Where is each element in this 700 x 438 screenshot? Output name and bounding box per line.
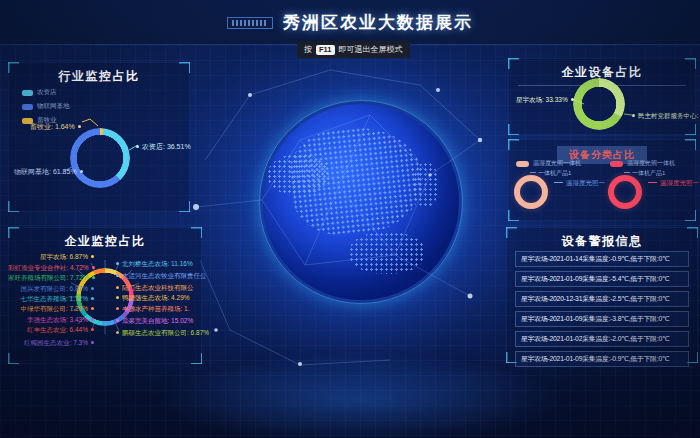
alarm-row: 星宇农场-2021-01-09采集温度:-3.8℃,低于下限:0℃ [515,311,689,327]
classification-group: 温湿度光照一体机 一体机产品1 温湿度光照一 [602,159,696,219]
chart-label: 中绿华有限公司: 7.29% [8,305,94,312]
tip-suffix-text: 即可退出全屏模式 [339,44,403,55]
globe-map [263,104,459,300]
alarm-row: 星宇农场-2020-12-31采集温度:-2.5℃,低于下限:0℃ [515,291,689,307]
group-legend[interactable]: 温湿度光照一体机 [516,159,581,168]
panel-device-alarms: 设备警报信息 星宇农场-2021-01-14采集温度:-0.9℃,低于下限:0℃… [506,227,698,363]
legend-label: 温湿度光照一体机 [627,159,675,168]
chart-label: 鸭踏荡生态农场: 4.29% [116,294,190,301]
chart-label: 红丰生态农业: 6.44% [8,326,94,333]
legend-item[interactable]: 农资店 [22,88,70,97]
chart-label: 星宇农场: 33.33% [516,96,574,103]
chart-label: 瓜果完美自留地: 15.02% [116,317,193,324]
continent-islands [413,162,439,208]
chart-label: 温湿度光照一 [554,179,605,188]
group-legend[interactable]: 温湿度光照一体机 [610,159,675,168]
chart-label: 陆门生态农业科技有限公 [116,284,194,291]
alarm-row: 星宇农场-2021-01-14采集温度:-0.9℃,低于下限:0℃ [515,251,689,267]
classification-groups: 温湿度光照一体机 一体机产品1 温湿度光照一 温湿度光照一体机 一体机产品1 温… [508,159,696,219]
panel-title: 行业监控占比 [8,62,190,85]
chart-label: 民主村党群服务中心: [632,112,698,119]
bottom-glow [150,352,570,438]
chart-label: 彩虹渔业专业合作社: 4.72% [8,264,94,271]
alarm-list: 星宇农场-2021-01-14采集温度:-0.9℃,低于下限:0℃星宇农场-20… [515,251,689,371]
legend-swatch [516,161,529,167]
continent-southeast-asia [349,232,425,274]
chart-label: 国兴发有限公司: 6.87% [8,285,94,292]
chart-label: 大运河生态农牧业有限责任公 [116,272,207,279]
header: 秀洲区农业大数据展示 [0,0,700,45]
panel-device-classification: 设备分类占比 温湿度光照一体机 一体机产品1 温湿度光照一 [508,139,696,221]
alarm-row: 星宇农场-2021-01-02采集温度:-2.0℃,低于下限:0℃ [515,331,689,347]
page-title: 秀洲区农业大数据展示 [283,11,473,34]
chart-label: 星宇农场: 6.87% [8,253,94,260]
alarm-row: 星宇农场-2021-01-09采集温度:-5.4℃,低于下限:0℃ [515,271,689,287]
globe [263,104,459,300]
chart-label: 畜牧业: 1.64% [30,123,81,131]
chart-label: 物联网基地: 61.85% [14,168,83,176]
legend-label: 物联网基地 [37,102,70,111]
legend-swatch [22,90,33,96]
panel-industry-monitoring: 行业监控占比 农资店 物联网基地 畜牧业 [8,62,190,212]
legend-label: 温湿度光照一体机 [533,159,581,168]
industry-donut-chart[interactable] [70,128,130,188]
panel-enterprise-monitoring: 企业监控占比 星宇农场: 6.87%彩虹渔业专业合作社: 4.72%家旺养殖场有… [8,227,202,364]
classification-donut-chart[interactable] [608,175,642,209]
classification-group: 温湿度光照一体机 一体机产品1 温湿度光照一 [508,159,602,219]
chart-label: 李强生态农场: 3.43% [8,316,94,323]
legend-swatch [22,104,33,110]
legend-label: 农资店 [37,88,57,97]
chart-label: 鹏硕生态农业有限公司: 6.87% [116,329,209,336]
chart-label: 丰源水产种苗养殖场: 1. [116,305,190,312]
panel-title: 企业监控占比 [8,227,202,250]
continent-asia [286,121,428,240]
fullscreen-tip: 按 F11 即可退出全屏模式 [297,41,410,58]
legend-swatch [610,161,623,167]
chart-label: 家旺养殖场有限公司: 7.72% [8,274,94,281]
brand-logo [227,17,273,29]
chart-label: 温湿度光照一 [648,179,699,188]
equipment-donut-chart[interactable] [573,78,625,130]
continent-europe [267,154,329,196]
f11-key: F11 [316,45,335,55]
dashboard: 秀洲区农业大数据展示 按 F11 即可退出全屏模式 行业监控占比 农资店 物联网… [0,0,700,438]
chart-label: 北刘桥生态农场: 11.16% [116,260,193,267]
classification-donut-chart[interactable] [514,175,548,209]
tip-press-text: 按 [304,44,312,55]
panel-equipment-ratio: 企业设备占比 星宇农场: 33.33%民主村党群服务中心: [508,58,696,135]
chart-label: 农资店: 36.51% [136,143,191,151]
chart-label: 红梅园生态农业: 7.3% [8,339,94,346]
alarm-row: 星宇农场-2021-01-09采集温度:-0.9℃,低于下限:0℃ [515,351,689,367]
panel-title: 设备警报信息 [506,227,698,250]
chart-label: 七华生态养殖场: 1.72% [8,295,94,302]
legend-item[interactable]: 物联网基地 [22,102,70,111]
